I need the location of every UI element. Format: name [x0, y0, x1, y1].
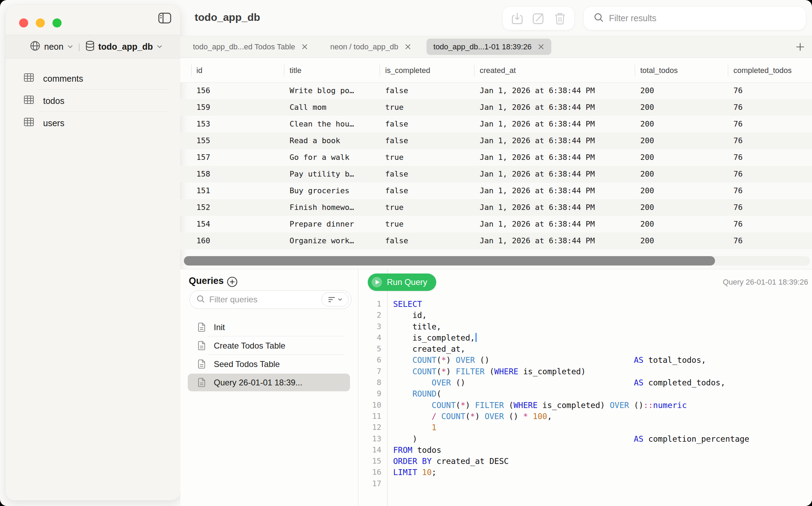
filter-queries-input[interactable]: Filter queries [189, 290, 351, 309]
cell-total_todos: 200 [640, 236, 654, 245]
code-line: 15ORDER BY created_at DESC [358, 456, 812, 467]
tab[interactable]: neon / todo_app_db [323, 39, 418, 55]
token-op: :: [643, 401, 653, 410]
column-header-title[interactable]: title [290, 66, 301, 75]
token-fn: OVER [456, 356, 475, 365]
edit-icon[interactable] [531, 11, 545, 25]
table-row[interactable]: 155Read a bookfalseJan 1, 2026 at 6:38:4… [180, 132, 812, 149]
play-icon [371, 277, 382, 288]
scrollbar-thumb[interactable] [184, 256, 715, 266]
document-icon [198, 323, 205, 332]
connection-source[interactable]: neon [44, 42, 64, 52]
token-fn: COUNT [412, 367, 436, 376]
close-tab-icon[interactable] [301, 43, 308, 50]
cell-created_at: Jan 1, 2026 at 6:38:44 PM [480, 103, 595, 112]
result-toolbar [502, 6, 575, 30]
token-kw: AS [634, 356, 643, 365]
table-row[interactable]: 158Pay utility b…falseJan 1, 2026 at 6:3… [180, 166, 812, 182]
cell-completed_todos: 76 [733, 120, 743, 128]
horizontal-scrollbar[interactable] [184, 256, 810, 266]
new-tab-button[interactable] [793, 40, 807, 54]
code-area[interactable]: 1SELECT2 id,3 title,4 is_completed,5 cre… [358, 299, 812, 506]
connection-bar: neon | todo_app_db [6, 35, 180, 58]
tab[interactable]: todo_app_db...1-01 18:39:26 [427, 39, 552, 55]
token-pl: ) [446, 356, 456, 365]
page-title: todo_app_db [195, 11, 260, 23]
table-grid-icon [24, 95, 34, 106]
sidebar-item-users[interactable]: users [6, 112, 180, 134]
close-window-button[interactable] [19, 18, 28, 27]
close-tab-icon[interactable] [538, 43, 544, 50]
column-header-total_todos[interactable]: total_todos [640, 66, 678, 75]
cell-created_at: Jan 1, 2026 at 6:38:44 PM [480, 153, 595, 162]
cell-title: Prepare dinner [290, 220, 354, 228]
sidebar-item-todos[interactable]: todos [6, 90, 180, 112]
token-pl: ) [475, 412, 485, 421]
token-pl [393, 412, 432, 421]
cell-id: 160 [196, 236, 210, 245]
token-pl: is_completed) [518, 367, 586, 376]
zoom-window-button[interactable] [52, 18, 62, 27]
chevron-down-icon[interactable] [157, 43, 162, 50]
line-number: 17 [358, 478, 381, 489]
token-pl [393, 389, 412, 398]
close-tab-icon[interactable] [405, 43, 411, 50]
code-text: title, [393, 321, 441, 332]
cell-created_at: Jan 1, 2026 at 6:38:44 PM [480, 203, 595, 212]
query-item[interactable]: Init [180, 318, 358, 336]
document-icon [198, 341, 205, 350]
token-pl: ( [456, 401, 461, 410]
token-pl [393, 378, 432, 387]
table-row[interactable]: 156Write blog po…falseJan 1, 2026 at 6:3… [180, 82, 812, 99]
table-row[interactable]: 154Prepare dinnertrueJan 1, 2026 at 6:38… [180, 216, 812, 232]
run-query-button[interactable]: Run Query [368, 274, 436, 291]
token-pl [393, 356, 412, 365]
export-icon[interactable] [510, 11, 524, 25]
query-item[interactable]: Query 26-01-01 18:39... [180, 373, 358, 392]
token-pl: completion_percentage [643, 434, 749, 443]
search-icon [197, 295, 205, 304]
chevron-down-icon[interactable] [67, 43, 73, 50]
toggle-sidebar-icon[interactable] [158, 13, 171, 24]
query-item[interactable]: Seed Todos Table [180, 355, 358, 373]
connection-database[interactable]: todo_app_db [98, 42, 153, 52]
table-row[interactable]: 157Go for a walktrueJan 1, 2026 at 6:38:… [180, 149, 812, 166]
query-sort-filter-button[interactable] [322, 292, 349, 307]
token-fn: COUNT [441, 412, 465, 421]
column-header-id[interactable]: id [196, 66, 202, 75]
cell-created_at: Jan 1, 2026 at 6:38:44 PM [480, 170, 595, 178]
cell-id: 155 [196, 136, 210, 145]
cell-title: Organize work… [290, 236, 354, 245]
filter-results-input[interactable]: Filter results [583, 6, 806, 30]
window-controls [19, 18, 62, 27]
table-header: idtitleis_completedcreated_attotal_todos… [180, 58, 812, 83]
trash-icon[interactable] [553, 11, 567, 25]
table-name: todos [43, 96, 64, 106]
sidebar-item-comments[interactable]: comments [6, 67, 180, 90]
cell-total_todos: 200 [640, 136, 654, 145]
add-query-icon[interactable] [227, 276, 238, 287]
table-row[interactable]: 152Finish homewo…trueJan 1, 2026 at 6:38… [180, 199, 812, 216]
table-row[interactable]: 159Call momtrueJan 1, 2026 at 6:38:44 PM… [180, 99, 812, 116]
cell-id: 154 [196, 220, 210, 228]
tab[interactable]: todo_app_db...ed Todos Table [186, 39, 315, 55]
table-row[interactable]: 160Organize work…falseJan 1, 2026 at 6:3… [180, 232, 812, 249]
token-pl: id, [393, 311, 427, 320]
token-fn: OVER [610, 401, 629, 410]
column-header-created_at[interactable]: created_at [480, 66, 516, 75]
table-row[interactable]: 153Clean the hou…falseJan 1, 2026 at 6:3… [180, 116, 812, 132]
table-row[interactable]: 151Buy groceriesfalseJan 1, 2026 at 6:38… [180, 182, 812, 199]
minimize-window-button[interactable] [36, 18, 45, 27]
cell-is_completed: false [385, 186, 408, 195]
column-header-is_completed[interactable]: is_completed [385, 66, 430, 75]
cell-title: Buy groceries [290, 186, 349, 195]
cell-title: Pay utility b… [290, 170, 354, 178]
queries-title: Queries [189, 276, 224, 286]
query-item[interactable]: Create Todos Table [180, 336, 358, 355]
column-header-completed_todos[interactable]: completed_todos [733, 66, 792, 75]
code-line: 7 COUNT(*) FILTER (WHERE is_completed) [358, 366, 812, 377]
queries-panel: Queries Filter queries [180, 269, 358, 506]
token-pl: , [547, 412, 552, 421]
tab-label: todo_app_db...ed Todos Table [193, 42, 295, 51]
table-grid-icon [24, 117, 34, 129]
